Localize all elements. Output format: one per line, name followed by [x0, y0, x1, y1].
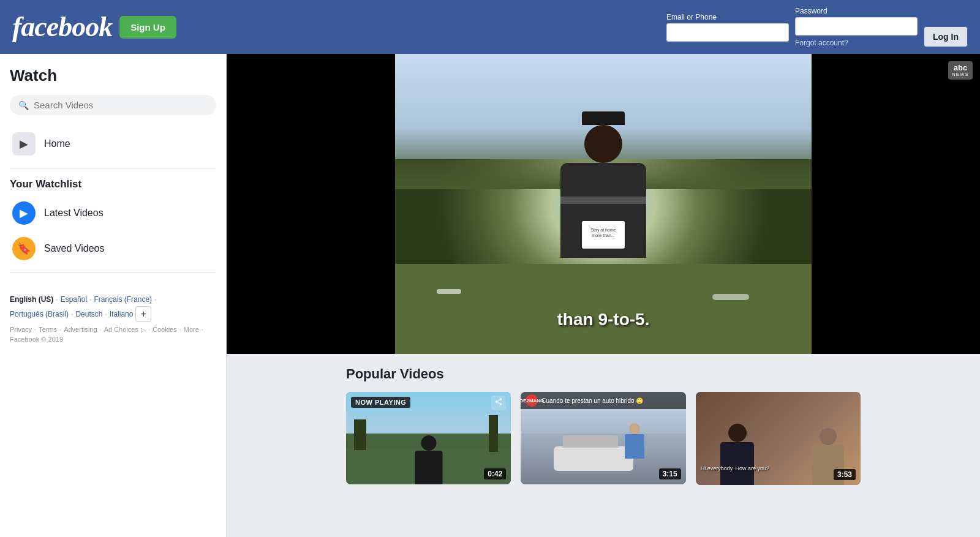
popular-videos-section: Popular Videos [334, 354, 873, 497]
cookies-link[interactable]: Cookies [153, 326, 177, 333]
watchlist-title: Your Watchlist [10, 178, 216, 190]
terms-link[interactable]: Terms [39, 326, 57, 333]
search-input[interactable] [34, 100, 208, 110]
password-label: Password [795, 7, 918, 15]
video-card-3[interactable]: Hi everybody. How are you? 3:53 [696, 392, 861, 485]
card3-subtitle: Hi everybody. How are you? [701, 465, 769, 471]
more-languages-button[interactable]: + [135, 306, 151, 322]
card2-channel-bar: DE2MANO Cuando te prestan un auto hibrid… [521, 392, 685, 409]
email-input[interactable] [666, 23, 789, 42]
footer-links: English (US) · Español · Français (Franc… [10, 288, 216, 343]
lang-english: English (US) [10, 295, 53, 304]
search-icon: 🔍 [18, 100, 29, 110]
video-grid: NOW PLAYING 0:42 [346, 392, 861, 485]
news-text: NEWS [952, 72, 969, 77]
lang-francais[interactable]: Français (France) [94, 295, 152, 304]
lang-deutsch[interactable]: Deutsch [75, 310, 102, 318]
facebook-logo: facebook [12, 13, 112, 41]
abc-news-badge: abc NEWS [948, 61, 973, 80]
sidebar: Watch 🔍 ▶ Home Your Watchlist ▶ Latest V… [0, 54, 227, 537]
abc-text: abc [954, 64, 967, 72]
watchlist-section: Your Watchlist ▶ Latest Videos 🔖 Saved V… [10, 178, 216, 265]
popular-videos-title: Popular Videos [346, 366, 861, 382]
saved-videos-label: Saved Videos [44, 243, 104, 254]
forgot-account-link[interactable]: Forgot account? [795, 39, 918, 47]
home-nav-item[interactable]: ▶ Home [10, 127, 216, 160]
signup-button[interactable]: Sign Up [119, 16, 176, 39]
login-button[interactable]: Log In [924, 26, 968, 47]
search-box[interactable]: 🔍 [10, 95, 216, 115]
content-area: Stay at homemore than... abc NEWS than 9… [227, 54, 980, 537]
header-right: Email or Phone Password Forgot account? … [666, 7, 968, 47]
main-video-background: Stay at homemore than... abc NEWS than 9… [227, 54, 980, 354]
email-label: Email or Phone [666, 13, 789, 21]
video-duration-3: 3:53 [834, 469, 856, 480]
language-row: English (US) · Español · Français (Franc… [10, 295, 216, 322]
latest-videos-item[interactable]: ▶ Latest Videos [10, 197, 216, 230]
main-video-player[interactable]: Stay at homemore than... abc NEWS than 9… [227, 54, 980, 354]
saved-videos-item[interactable]: 🔖 Saved Videos [10, 232, 216, 265]
email-field-group: Email or Phone [666, 13, 789, 42]
home-label: Home [44, 138, 70, 149]
footer-misc-row: Privacy · Terms · Advertising · Ad Choic… [10, 326, 216, 343]
latest-videos-icon: ▶ [12, 201, 36, 225]
password-field-group: Password Forgot account? [795, 7, 918, 47]
header: facebook Sign Up Email or Phone Password… [0, 0, 980, 54]
copyright-text: Facebook © 2019 [10, 336, 63, 343]
saved-videos-icon: 🔖 [12, 237, 36, 260]
now-playing-badge: NOW PLAYING [351, 397, 410, 408]
share-icon [491, 396, 506, 410]
channel-icon: DE2MANO [526, 394, 538, 407]
password-input[interactable] [795, 17, 918, 36]
card2-title: Cuando te prestan un auto hibrido 🙄 [541, 397, 643, 404]
main-layout: Watch 🔍 ▶ Home Your Watchlist ▶ Latest V… [0, 54, 980, 537]
latest-videos-label: Latest Videos [44, 208, 104, 219]
video-duration-2: 3:15 [659, 468, 681, 479]
ad-choices-link[interactable]: Ad Choices [104, 326, 138, 333]
lang-espanol[interactable]: Español [61, 295, 87, 304]
ad-choices-icon: ▷ [141, 326, 146, 333]
advertising-link[interactable]: Advertising [64, 326, 97, 333]
sidebar-divider [10, 168, 216, 168]
lang-portugues[interactable]: Português (Brasil) [10, 310, 69, 318]
video-subtitle: than 9-to-5. [227, 310, 980, 329]
video-duration-1: 0:42 [484, 468, 506, 479]
video-card-1[interactable]: NOW PLAYING 0:42 [346, 392, 511, 484]
lang-italiano[interactable]: Italiano [110, 310, 134, 318]
watch-title: Watch [10, 66, 216, 85]
home-icon: ▶ [12, 132, 36, 156]
header-left: facebook Sign Up [12, 13, 176, 41]
privacy-link[interactable]: Privacy [10, 326, 32, 333]
more-link[interactable]: More [184, 326, 199, 333]
video-card-2[interactable]: DE2MANO Cuando te prestan un auto hibrid… [521, 392, 685, 484]
sidebar-divider-2 [10, 272, 216, 273]
